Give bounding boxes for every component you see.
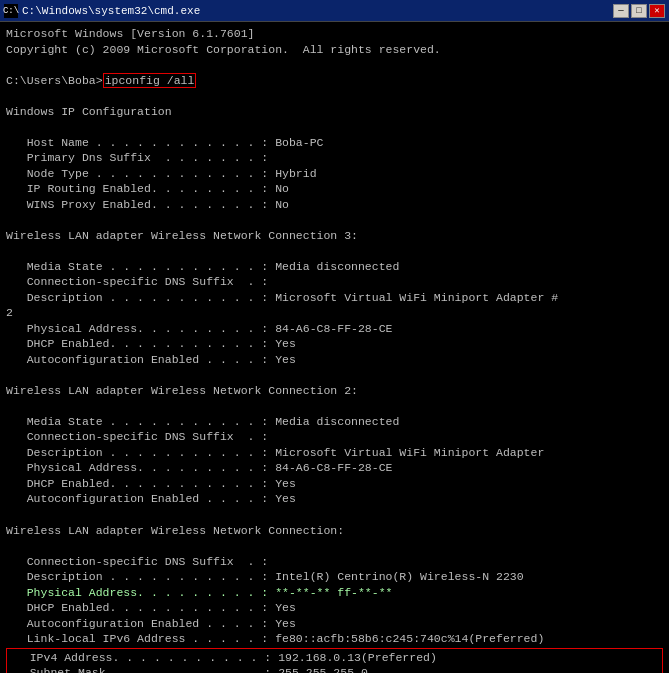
window-container: C:\ C:\Windows\system32\cmd.exe ─ □ ✕ Mi…	[0, 0, 669, 673]
line-wlan3-phys: Physical Address. . . . . . . . . : 84-A…	[6, 321, 663, 337]
line-windows-ip: Windows IP Configuration	[6, 104, 663, 120]
line-wlan-ipv4: IPv4 Address. . . . . . . . . . . : 192.…	[9, 650, 660, 666]
line-wlan2-desc: Description . . . . . . . . . . . : Micr…	[6, 445, 663, 461]
cmd-icon: C:\	[4, 4, 18, 18]
line-version: Microsoft Windows [Version 6.1.7601]	[6, 26, 663, 42]
line-node-type: Node Type . . . . . . . . . . . . : Hybr…	[6, 166, 663, 182]
line-wlan-dns-suffix: Connection-specific DNS Suffix . :	[6, 554, 663, 570]
title-bar-buttons: ─ □ ✕	[613, 4, 665, 18]
line-wlan-desc: Description . . . . . . . . . . . : Inte…	[6, 569, 663, 585]
line-wlan2-phys: Physical Address. . . . . . . . . : 84-A…	[6, 460, 663, 476]
line-wlan3-autoconf: Autoconfiguration Enabled . . . . : Yes	[6, 352, 663, 368]
line-blank-2	[6, 88, 663, 104]
line-wlan2-header: Wireless LAN adapter Wireless Network Co…	[6, 383, 663, 399]
terminal-body: Microsoft Windows [Version 6.1.7601] Cop…	[0, 22, 669, 673]
minimize-button[interactable]: ─	[613, 4, 629, 18]
line-wlan3-desc2: 2	[6, 305, 663, 321]
line-wlan3-dns-suffix: Connection-specific DNS Suffix . :	[6, 274, 663, 290]
window-title: C:\Windows\system32\cmd.exe	[22, 5, 200, 17]
line-copyright: Copyright (c) 2009 Microsoft Corporation…	[6, 42, 663, 58]
line-blank-4	[6, 212, 663, 228]
title-bar: C:\ C:\Windows\system32\cmd.exe ─ □ ✕	[0, 0, 669, 22]
line-wins-proxy: WINS Proxy Enabled. . . . . . . . : No	[6, 197, 663, 213]
line-wlan-header: Wireless LAN adapter Wireless Network Co…	[6, 523, 663, 539]
line-primary-dns-suffix: Primary Dns Suffix . . . . . . . :	[6, 150, 663, 166]
line-wlan3-header: Wireless LAN adapter Wireless Network Co…	[6, 228, 663, 244]
maximize-button[interactable]: □	[631, 4, 647, 18]
line-wlan-subnet: Subnet Mask . . . . . . . . . . . : 255.…	[9, 665, 660, 673]
line-wlan2-autoconf: Autoconfiguration Enabled . . . . : Yes	[6, 491, 663, 507]
title-bar-left: C:\ C:\Windows\system32\cmd.exe	[4, 4, 200, 18]
line-blank-9	[6, 538, 663, 554]
line-wlan-ipv6: Link-local IPv6 Address . . . . . : fe80…	[6, 631, 663, 647]
line-wlan-autoconf: Autoconfiguration Enabled . . . . : Yes	[6, 616, 663, 632]
ipconfig-highlight: ipconfig /all	[103, 73, 197, 88]
line-wlan2-dns-suffix: Connection-specific DNS Suffix . :	[6, 429, 663, 445]
line-wlan2-media: Media State . . . . . . . . . . . : Medi…	[6, 414, 663, 430]
line-blank-1	[6, 57, 663, 73]
line-blank-7	[6, 398, 663, 414]
ipv4-subnet-highlight: IPv4 Address. . . . . . . . . . . : 192.…	[6, 648, 663, 673]
line-blank-8	[6, 507, 663, 523]
line-command: C:\Users\Boba>ipconfig /all	[6, 73, 663, 89]
line-wlan-dhcp: DHCP Enabled. . . . . . . . . . . : Yes	[6, 600, 663, 616]
line-blank-3	[6, 119, 663, 135]
line-wlan3-desc: Description . . . . . . . . . . . : Micr…	[6, 290, 663, 306]
line-wlan3-media: Media State . . . . . . . . . . . : Medi…	[6, 259, 663, 275]
line-ip-routing: IP Routing Enabled. . . . . . . . : No	[6, 181, 663, 197]
line-blank-6	[6, 367, 663, 383]
line-wlan-phys: Physical Address. . . . . . . . . : **-*…	[6, 585, 663, 601]
line-blank-5	[6, 243, 663, 259]
close-button[interactable]: ✕	[649, 4, 665, 18]
line-hostname: Host Name . . . . . . . . . . . . : Boba…	[6, 135, 663, 151]
line-wlan2-dhcp: DHCP Enabled. . . . . . . . . . . : Yes	[6, 476, 663, 492]
line-wlan3-dhcp: DHCP Enabled. . . . . . . . . . . : Yes	[6, 336, 663, 352]
